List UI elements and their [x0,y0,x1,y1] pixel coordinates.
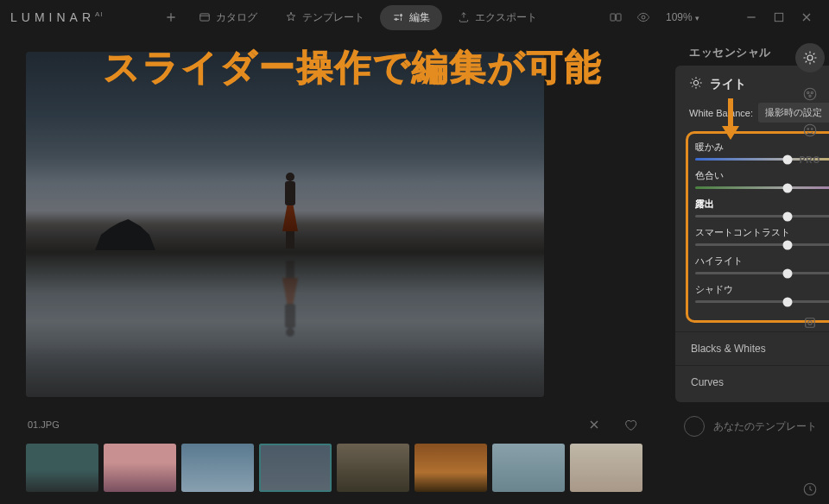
rail-creative-icon[interactable] [795,79,825,109]
thumbnail[interactable] [337,444,409,492]
slider-label: 露出 [695,198,714,211]
window-maximize[interactable] [767,5,791,29]
panel-title: ライト [710,77,746,92]
thumbnail[interactable] [414,444,487,492]
rail-portrait-icon[interactable] [795,116,825,145]
svg-point-12 [809,95,811,97]
add-button[interactable] [159,5,183,29]
rail-pro-label[interactable]: PRO [800,155,821,165]
light-icon [689,76,703,92]
thumbnail[interactable] [570,444,642,492]
window-minimize[interactable] [739,5,763,29]
filmstrip-area: 01.JPG [0,407,668,504]
rail-history-icon[interactable] [795,475,825,504]
svg-point-17 [808,321,813,325]
svg-point-10 [807,91,809,93]
scene-person [281,173,300,246]
svg-rect-6 [775,13,782,21]
svg-rect-3 [611,14,615,21]
slider-label: ハイライト [695,255,743,268]
current-filename: 01.JPG [28,419,570,430]
canvas-column: 01.JPG [0,35,668,504]
window-close[interactable] [794,5,819,29]
white-balance-label: White Balance: [689,108,753,118]
thumbnail[interactable] [26,444,98,492]
thumbnail-selected[interactable] [259,444,332,492]
app-logo: LUMINARAI [10,10,104,24]
rail-local-mask-icon[interactable] [795,308,825,337]
svg-point-5 [642,16,645,19]
reject-icon[interactable] [582,413,606,437]
svg-rect-0 [199,14,209,21]
nav-edit[interactable]: 編集 [380,5,442,30]
svg-point-15 [812,129,813,130]
thumbnail[interactable] [104,444,176,492]
nav-catalog[interactable]: カタログ [187,5,269,30]
scene-reflection [281,276,300,337]
svg-rect-16 [806,318,815,328]
photo-canvas[interactable] [26,52,544,397]
canvas-wrap [0,35,668,407]
slider-label: 暖かみ [695,141,724,154]
rail-essentials-icon[interactable] [795,43,825,72]
slider-label: 色合い [695,169,724,182]
zoom-level[interactable]: 109% ▾ [659,11,706,23]
scene-rock [95,216,155,250]
top-bar: LUMINARAI カタログ テンプレート 編集 エクスポート 109% ▾ [0,0,829,35]
tool-rail: PRO [791,35,829,504]
svg-point-13 [804,124,816,136]
filmstrip [26,444,642,492]
slider-label: シャドウ [695,283,733,296]
svg-point-14 [807,129,809,130]
nav-template[interactable]: テンプレート [273,5,377,30]
svg-point-11 [811,91,813,93]
preview-icon[interactable] [631,5,655,29]
compare-icon[interactable] [604,5,628,29]
svg-point-9 [804,88,816,100]
slider-label: スマートコントラスト [695,226,790,239]
favorite-icon[interactable] [618,413,642,437]
main-area: 01.JPG エッセンシャル [0,35,829,504]
thumbnail[interactable] [492,444,565,492]
preset-circle-icon [684,416,705,437]
thumbnail[interactable] [181,444,254,492]
svg-point-7 [693,80,698,85]
svg-point-8 [807,55,813,60]
svg-rect-4 [617,14,621,21]
nav-export[interactable]: エクスポート [446,5,549,30]
